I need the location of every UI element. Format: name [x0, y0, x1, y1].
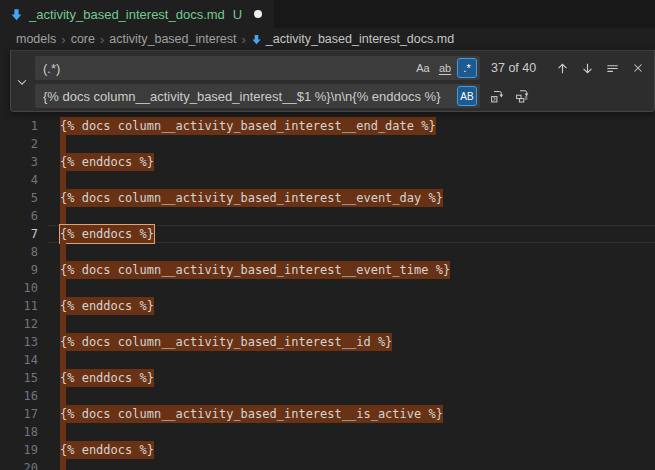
modified-dot-icon[interactable]: [254, 10, 262, 18]
replace-actions: [486, 86, 532, 107]
empty-line-search-match: [60, 351, 66, 369]
whole-word-toggle[interactable]: ab: [435, 58, 455, 78]
search-match: {% enddocs %}: [60, 369, 154, 387]
find-in-selection-button[interactable]: [602, 58, 623, 79]
tab-git-status: U: [233, 7, 242, 22]
breadcrumb-item-models[interactable]: models: [16, 32, 56, 46]
breadcrumb-item-activity-based-interest[interactable]: activity_based_interest: [109, 32, 236, 46]
empty-line-search-match: [60, 387, 66, 405]
empty-line-search-match: [60, 207, 66, 225]
search-match: {% docs column__activity_based_interest_…: [60, 405, 443, 423]
editor-line[interactable]: 20: [0, 459, 655, 470]
empty-line-search-match: [60, 423, 66, 441]
line-content: [60, 135, 66, 153]
markdown-file-icon: [10, 8, 23, 21]
line-content: [60, 243, 66, 261]
line-number: 17: [0, 405, 38, 423]
match-count: 37 of 40: [491, 61, 536, 75]
line-number: 5: [0, 189, 38, 207]
replace-button[interactable]: [486, 86, 507, 107]
breadcrumb-file-label: _activity_based_interest_docs.md: [266, 32, 454, 46]
regex-toggle[interactable]: .*: [457, 58, 477, 78]
replace-value: {% docs column__activity_based_interest_…: [43, 89, 455, 104]
search-match: {% docs column__activity_based_interest_…: [60, 333, 392, 351]
line-content: {% docs column__activity_based_interest_…: [60, 333, 392, 351]
next-match-button[interactable]: [577, 58, 598, 79]
line-number: 13: [0, 333, 38, 351]
editor-line[interactable]: 4: [0, 171, 655, 189]
line-number: 4: [0, 171, 38, 189]
empty-line-search-match: [60, 171, 66, 189]
breadcrumb-item-file[interactable]: _activity_based_interest_docs.md: [251, 32, 454, 46]
line-content: {% docs column__activity_based_interest_…: [60, 261, 450, 279]
line-content: [60, 351, 66, 369]
editor-lines[interactable]: 1{% docs column__activity_based_interest…: [0, 117, 655, 470]
line-number: 2: [0, 135, 38, 153]
find-actions: [552, 58, 648, 79]
search-match: {% docs column__activity_based_interest_…: [60, 117, 436, 135]
line-number: 14: [0, 351, 38, 369]
line-number: 1: [0, 117, 38, 135]
find-widget: (.*) Aa ab .* 37 of 40: [10, 50, 655, 112]
markdown-file-icon: [251, 34, 262, 45]
empty-line-search-match: [60, 459, 66, 470]
search-match: {% enddocs %}: [60, 441, 154, 459]
line-number: 11: [0, 297, 38, 315]
line-content: [60, 387, 66, 405]
editor-line[interactable]: 11{% enddocs %}: [0, 297, 655, 315]
line-content: {% enddocs %}: [60, 369, 154, 387]
chevron-separator-icon: ›: [241, 32, 245, 47]
line-content: [60, 459, 66, 470]
replace-row: {% docs column__activity_based_interest_…: [35, 84, 654, 108]
line-content: {% docs column__activity_based_interest_…: [60, 117, 436, 135]
find-input[interactable]: (.*) Aa ab .*: [35, 56, 480, 80]
preserve-case-toggle[interactable]: AB: [457, 86, 477, 106]
line-content: {% docs column__activity_based_interest_…: [60, 405, 443, 423]
editor-line[interactable]: 3{% enddocs %}: [0, 153, 655, 171]
line-number: 19: [0, 441, 38, 459]
replace-all-button[interactable]: [511, 86, 532, 107]
editor-line[interactable]: 9{% docs column__activity_based_interest…: [0, 261, 655, 279]
replace-input[interactable]: {% docs column__activity_based_interest_…: [35, 84, 480, 108]
tab-filename: _activity_based_interest_docs.md: [29, 7, 225, 22]
line-number: 16: [0, 387, 38, 405]
find-query: (.*): [43, 61, 411, 76]
editor-line[interactable]: 7{% enddocs %}: [0, 225, 655, 243]
line-content: {% enddocs %}: [60, 153, 154, 171]
line-content: [60, 171, 66, 189]
line-number: 6: [0, 207, 38, 225]
editor-line[interactable]: 1{% docs column__activity_based_interest…: [0, 117, 655, 135]
line-content: {% docs column__activity_based_interest_…: [60, 189, 443, 207]
line-content: [60, 315, 66, 333]
breadcrumb: models › core › activity_based_interest …: [0, 28, 655, 50]
editor-line[interactable]: 16: [0, 387, 655, 405]
editor-line[interactable]: 15{% enddocs %}: [0, 369, 655, 387]
editor-line[interactable]: 8: [0, 243, 655, 261]
line-content: [60, 207, 66, 225]
line-content: {% enddocs %}: [60, 225, 154, 243]
editor-line[interactable]: 12: [0, 315, 655, 333]
editor-line[interactable]: 19{% enddocs %}: [0, 441, 655, 459]
close-icon[interactable]: [627, 58, 648, 79]
editor-line[interactable]: 5{% docs column__activity_based_interest…: [0, 189, 655, 207]
editor-line[interactable]: 18: [0, 423, 655, 441]
line-number: 7: [0, 225, 38, 243]
chevron-down-icon[interactable]: [13, 73, 31, 91]
tab-activity-docs[interactable]: _activity_based_interest_docs.md U: [0, 0, 274, 28]
line-number: 9: [0, 261, 38, 279]
editor-line[interactable]: 17{% docs column__activity_based_interes…: [0, 405, 655, 423]
current-search-match: {% enddocs %}: [60, 225, 154, 243]
match-case-toggle[interactable]: Aa: [413, 58, 433, 78]
tab-bar: _activity_based_interest_docs.md U: [0, 0, 655, 28]
editor-line[interactable]: 6: [0, 207, 655, 225]
editor-line[interactable]: 13{% docs column__activity_based_interes…: [0, 333, 655, 351]
breadcrumb-item-core[interactable]: core: [71, 32, 95, 46]
line-number: 20: [0, 459, 38, 470]
editor-line[interactable]: 2: [0, 135, 655, 153]
editor-line[interactable]: 14: [0, 351, 655, 369]
empty-line-search-match: [60, 279, 66, 297]
empty-line-search-match: [60, 315, 66, 333]
editor-line[interactable]: 10: [0, 279, 655, 297]
previous-match-button[interactable]: [552, 58, 573, 79]
line-content: {% enddocs %}: [60, 441, 154, 459]
